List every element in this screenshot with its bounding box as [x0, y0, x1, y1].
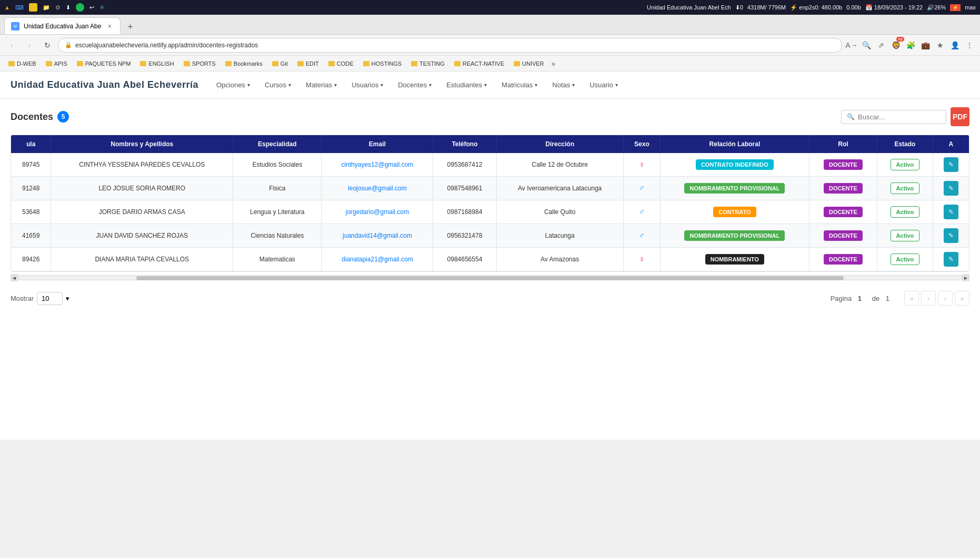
- edit-button[interactable]: ✎: [944, 228, 958, 243]
- rows-per-page-select[interactable]: 10 25 50: [37, 292, 63, 305]
- cell-relacion: NOMBRAMIENTO: [661, 248, 809, 271]
- wallet-icon[interactable]: 💼: [919, 39, 932, 52]
- table-scrollbar[interactable]: ◄ ►: [11, 274, 969, 281]
- caret-matriculas: ▾: [535, 82, 537, 88]
- folder-icon-testing: [411, 61, 417, 66]
- cell-rol: DOCENTE: [809, 224, 877, 248]
- next-page-button[interactable]: ›: [938, 291, 953, 306]
- caret-docentes: ▾: [429, 82, 432, 88]
- nav-materias[interactable]: Materias ▾: [301, 78, 342, 92]
- bookmark-english[interactable]: ENGLISH: [136, 59, 178, 68]
- nav-estudiantes[interactable]: Estudiantes ▾: [441, 78, 492, 92]
- folder-icon-english: [140, 61, 146, 66]
- nav-docentes[interactable]: Docentes ▾: [393, 78, 437, 92]
- bookmark-testing[interactable]: TESTING: [407, 59, 449, 68]
- new-tab-button[interactable]: +: [123, 19, 137, 34]
- bookmark-bookmarks[interactable]: Bookmarks: [221, 59, 267, 68]
- nav-link-usuarios[interactable]: Usuarios ▾: [346, 78, 388, 92]
- rol-badge: DOCENTE: [824, 254, 863, 265]
- settings-icon[interactable]: ⋮: [963, 39, 976, 52]
- edit-button[interactable]: ✎: [944, 157, 958, 172]
- bookmark-code[interactable]: CODE: [324, 59, 358, 68]
- brave-icon[interactable]: 🦁: [889, 39, 902, 52]
- tab-close-btn[interactable]: ×: [105, 22, 114, 31]
- extensions-icon[interactable]: 🧩: [904, 39, 917, 52]
- bookmark-apis[interactable]: APIS: [42, 59, 72, 68]
- email-link[interactable]: cinthyayes12@gmail.com: [341, 161, 413, 168]
- rol-badge: DOCENTE: [824, 207, 863, 217]
- search-addr-icon[interactable]: 🔍: [860, 39, 873, 52]
- email-link[interactable]: jorgedario@gmail.com: [346, 208, 409, 216]
- bookmark-d-web[interactable]: D-WEB: [4, 59, 41, 68]
- nav-link-docentes[interactable]: Docentes ▾: [393, 78, 437, 92]
- bookmark-hostings[interactable]: HOSTINGS: [359, 59, 406, 68]
- cell-actions: ✎: [933, 200, 969, 224]
- forward-button[interactable]: ›: [22, 38, 37, 53]
- prev-page-button[interactable]: ‹: [921, 291, 936, 306]
- back-button[interactable]: ‹: [4, 38, 19, 53]
- nav-link-materias[interactable]: Materias ▾: [301, 78, 342, 92]
- bookmark-npm[interactable]: PAQUETES NPM: [73, 59, 135, 68]
- edit-button[interactable]: ✎: [944, 181, 958, 196]
- cell-phone: 0987168984: [433, 200, 496, 224]
- reload-button[interactable]: ↻: [40, 38, 55, 53]
- export-pdf-button[interactable]: PDF: [951, 107, 969, 126]
- nav-link-usuario[interactable]: Usuario ▾: [584, 78, 623, 92]
- relacion-badge: CONTRATO: [713, 207, 756, 217]
- translate-icon[interactable]: A→: [845, 39, 858, 52]
- bookmark-git[interactable]: Git: [268, 59, 292, 68]
- cell-email: juandavid14@gmail.com: [322, 224, 433, 248]
- col-rol: Rol: [809, 135, 877, 153]
- cell-address: Av Amazonas: [496, 248, 623, 271]
- edit-button[interactable]: ✎: [944, 252, 958, 267]
- cell-specialty: Ciencias Naturales: [233, 224, 322, 248]
- search-input[interactable]: [858, 113, 941, 121]
- cell-sex: ♂: [623, 200, 660, 224]
- email-link[interactable]: leojosue@gmail.com: [348, 185, 407, 192]
- share-icon[interactable]: ⇗: [875, 39, 887, 52]
- cell-id: 91248: [11, 177, 51, 200]
- bookmark-react-native[interactable]: REACT-NATIVE: [450, 59, 508, 68]
- cell-sex: ♀: [623, 153, 660, 177]
- cell-estado: Activo: [877, 153, 933, 177]
- volume: 🔊26%: [927, 4, 946, 11]
- nav-link-matriculas[interactable]: Matriculas ▾: [496, 78, 543, 92]
- email-link[interactable]: dianatapia21@gmail.com: [342, 256, 413, 263]
- nav-usuarios[interactable]: Usuarios ▾: [346, 78, 388, 92]
- download-icon: ⬇: [66, 4, 71, 11]
- url-bar[interactable]: 🔒 escuelajuanabelecheveria.netlify.app/a…: [58, 38, 842, 53]
- first-page-button[interactable]: «: [904, 291, 919, 306]
- more-bookmarks-button[interactable]: »: [549, 58, 558, 69]
- nav-link-estudiantes[interactable]: Estudiantes ▾: [441, 78, 492, 92]
- folder-icon-react-native: [454, 61, 461, 66]
- nav-notas[interactable]: Notas ▾: [547, 78, 580, 92]
- search-box[interactable]: 🔍: [841, 110, 946, 124]
- bookmark-edit[interactable]: EDIT: [293, 59, 323, 68]
- bookmark-sports[interactable]: SPORTS: [179, 59, 220, 68]
- nav-usuario[interactable]: Usuario ▾: [584, 78, 623, 92]
- active-tab[interactable]: U Unidad Educativa Juan Abe ×: [4, 17, 121, 34]
- cell-id: 89426: [11, 248, 51, 271]
- folder-icon: 📁: [43, 4, 50, 11]
- nav-link-cursos[interactable]: Cursos ▾: [259, 78, 296, 92]
- scroll-left-arrow[interactable]: ◄: [11, 274, 18, 281]
- bookmark-icon[interactable]: ★: [934, 39, 946, 52]
- nav-matriculas[interactable]: Matriculas ▾: [496, 78, 543, 92]
- last-page-button[interactable]: »: [955, 291, 969, 306]
- nav-opciones[interactable]: Opciones ▾: [211, 78, 255, 92]
- scroll-right-arrow[interactable]: ►: [962, 274, 969, 281]
- profile-icon[interactable]: 👤: [948, 39, 961, 52]
- email-link[interactable]: juandavid14@gmail.com: [343, 232, 412, 239]
- address-icons: A→ 🔍 ⇗ 🦁 🧩 💼 ★ 👤 ⋮: [845, 39, 976, 52]
- nav-cursos[interactable]: Cursos ▾: [259, 78, 296, 92]
- estado-badge: Activo: [891, 253, 920, 265]
- tab-title: Unidad Educativa Juan Abe: [24, 23, 101, 30]
- nav-link-notas[interactable]: Notas ▾: [547, 78, 580, 92]
- estado-badge: Activo: [891, 182, 920, 194]
- scrollbar-track[interactable]: [18, 275, 962, 280]
- edit-button[interactable]: ✎: [944, 205, 958, 219]
- bookmark-univer[interactable]: UNIVER: [509, 59, 548, 68]
- rol-badge: DOCENTE: [824, 183, 863, 194]
- male-icon: ♂: [638, 184, 645, 192]
- nav-link-opciones[interactable]: Opciones ▾: [211, 78, 255, 92]
